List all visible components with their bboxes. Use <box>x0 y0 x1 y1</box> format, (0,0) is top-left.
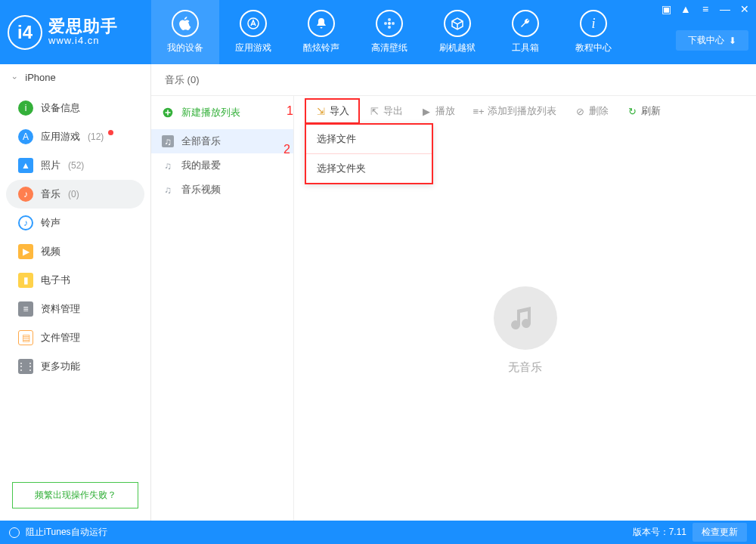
appstore-icon <box>240 10 267 37</box>
minimize-button[interactable]: — <box>718 3 732 15</box>
svg-point-3 <box>388 26 391 29</box>
device-header[interactable]: › iPhone <box>0 64 150 91</box>
music-note-icon: ♫ <box>162 159 174 172</box>
new-playlist-button[interactable]: 新建播放列表 <box>151 100 293 125</box>
sidebar-item-count: (52) <box>68 160 84 171</box>
dropdown-select-file[interactable]: 选择文件 <box>306 125 432 153</box>
empty-text: 无音乐 <box>508 360 542 375</box>
video-icon: ▶ <box>18 244 33 259</box>
refresh-button[interactable]: ↻ 刷新 <box>618 100 670 122</box>
data-icon: ≡ <box>18 301 33 317</box>
add-to-playlist-button[interactable]: ≡+ 添加到播放列表 <box>464 100 565 122</box>
export-button[interactable]: ⇱ 导出 <box>360 100 412 122</box>
bell-icon: ♪ <box>18 215 33 230</box>
nav-tutorials[interactable]: i 教程中心 <box>559 0 627 64</box>
close-button[interactable]: ✕ <box>738 3 751 15</box>
sub-item-favorites[interactable]: ♫ 我的最爱 <box>151 153 293 178</box>
nav-label: 教程中心 <box>575 42 612 54</box>
nav-my-device[interactable]: 我的设备 <box>151 0 219 64</box>
music-placeholder-icon <box>494 286 557 350</box>
sidebar-item-label: 资料管理 <box>41 302 80 316</box>
nav-toolbox[interactable]: 工具箱 <box>491 0 559 64</box>
export-label: 导出 <box>383 104 403 118</box>
sub-item-label: 全部音乐 <box>181 134 221 148</box>
delete-button[interactable]: ⊘ 删除 <box>565 100 618 122</box>
device-sidebar: › iPhone i 设备信息 A 应用游戏 (12) ▲ 照片 (52) ♪ … <box>0 64 151 521</box>
sub-item-music-video[interactable]: ♫ 音乐视频 <box>151 178 293 202</box>
nav-label: 我的设备 <box>167 42 203 54</box>
itunes-block-toggle[interactable]: 阻止iTunes自动运行 <box>26 526 107 539</box>
page-title: 音乐 (0) <box>151 64 756 96</box>
import-dropdown: 选择文件 选择文件夹 <box>305 123 433 184</box>
device-name: iPhone <box>25 72 55 83</box>
sidebar-item-label: 应用游戏 <box>41 130 80 144</box>
sub-item-label: 音乐视频 <box>181 183 221 196</box>
svg-point-5 <box>392 22 395 25</box>
notification-badge <box>108 130 113 135</box>
app-header: i4 爱思助手 www.i4.cn 我的设备 应用游戏 酷炫铃声 高清壁纸 刷机… <box>0 0 756 64</box>
annotation-2: 2 <box>280 143 290 156</box>
logo-icon: i4 <box>8 15 42 50</box>
main-panel: 音乐 (0) 新建播放列表 ♫ 全部音乐 ♫ 我的最爱 ♫ <box>151 64 756 521</box>
bell-icon <box>308 10 335 37</box>
logo-url: www.i4.cn <box>48 36 118 46</box>
sub-item-label: 新建播放列表 <box>181 106 240 119</box>
sidebar-item-videos[interactable]: ▶ 视频 <box>0 237 150 266</box>
download-center-button[interactable]: 下载中心 ⬇ <box>676 30 748 51</box>
import-label: 导入 <box>330 104 349 118</box>
feedback-icon[interactable]: ▣ <box>659 3 673 15</box>
playlist-add-icon: ≡+ <box>473 106 484 116</box>
apple-icon <box>172 10 199 37</box>
sub-item-all-music[interactable]: ♫ 全部音乐 <box>151 129 293 153</box>
plus-icon <box>162 107 174 119</box>
sidebar-item-files[interactable]: ▤ 文件管理 <box>0 323 150 352</box>
sidebar-item-music[interactable]: ♪ 音乐 (0) <box>6 180 144 209</box>
content-area: 1 ⇲ 导入 ⇱ 导出 ▶ 播放 ≡+ <box>293 96 756 521</box>
sidebar-item-label: 铃声 <box>41 216 60 230</box>
nav-jailbreak[interactable]: 刷机越狱 <box>423 0 491 64</box>
sub-item-label: 我的最爱 <box>181 159 221 172</box>
sidebar-item-label: 音乐 <box>41 187 60 201</box>
box-icon <box>444 10 471 37</box>
sidebar-item-more[interactable]: ⋮⋮ 更多功能 <box>0 352 150 381</box>
nav-label: 应用游戏 <box>235 42 271 54</box>
nav-app-games[interactable]: 应用游戏 <box>219 0 287 64</box>
sidebar-item-device-info[interactable]: i 设备信息 <box>0 94 150 122</box>
sidebar-item-apps[interactable]: A 应用游戏 (12) <box>0 122 150 151</box>
top-nav: 我的设备 应用游戏 酷炫铃声 高清壁纸 刷机越狱 工具箱 i 教程中心 <box>151 0 627 64</box>
svg-point-4 <box>384 22 387 25</box>
nav-label: 刷机越狱 <box>439 42 476 54</box>
sidebar-item-label: 照片 <box>41 159 60 172</box>
add-playlist-label: 添加到播放列表 <box>488 104 556 118</box>
download-icon: ⬇ <box>729 36 736 46</box>
check-update-button[interactable]: 检查更新 <box>692 523 747 542</box>
play-button[interactable]: ▶ 播放 <box>412 100 464 122</box>
dropdown-select-folder[interactable]: 选择文件夹 <box>306 153 432 183</box>
nav-label: 高清壁纸 <box>371 42 407 54</box>
music-toolbar: ⇲ 导入 ⇱ 导出 ▶ 播放 ≡+ 添加到播放列表 <box>294 96 756 126</box>
sidebar-item-count: (0) <box>68 189 79 199</box>
sidebar-item-label: 文件管理 <box>41 331 80 345</box>
play-label: 播放 <box>435 104 455 118</box>
grid-icon: ⋮⋮ <box>18 359 33 374</box>
refresh-icon: ↻ <box>627 106 637 116</box>
version-label: 版本号：7.11 <box>633 526 686 539</box>
nav-ringtones[interactable]: 酷炫铃声 <box>287 0 355 64</box>
sidebar-item-ebooks[interactable]: ▮ 电子书 <box>0 266 150 295</box>
sidebar-item-label: 更多功能 <box>41 360 80 373</box>
svg-point-2 <box>388 18 391 21</box>
appstore-icon: A <box>18 129 33 144</box>
faq-button[interactable]: 频繁出现操作失败？ <box>12 482 138 508</box>
circle-icon <box>9 527 20 538</box>
delete-label: 删除 <box>589 104 609 118</box>
import-button[interactable]: ⇲ 导入 <box>305 98 360 124</box>
sidebar-item-data[interactable]: ≡ 资料管理 <box>0 295 150 323</box>
titlebar-controls: ▣ ▲ ≡ — ✕ <box>659 3 751 15</box>
skin-icon[interactable]: ▲ <box>679 3 692 15</box>
sidebar-item-photos[interactable]: ▲ 照片 (52) <box>0 151 150 180</box>
photo-icon: ▲ <box>18 158 33 173</box>
sidebar-item-ringtones[interactable]: ♪ 铃声 <box>0 209 150 237</box>
sidebar-item-label: 电子书 <box>41 274 70 287</box>
menu-icon[interactable]: ≡ <box>699 3 712 15</box>
nav-wallpapers[interactable]: 高清壁纸 <box>355 0 423 64</box>
